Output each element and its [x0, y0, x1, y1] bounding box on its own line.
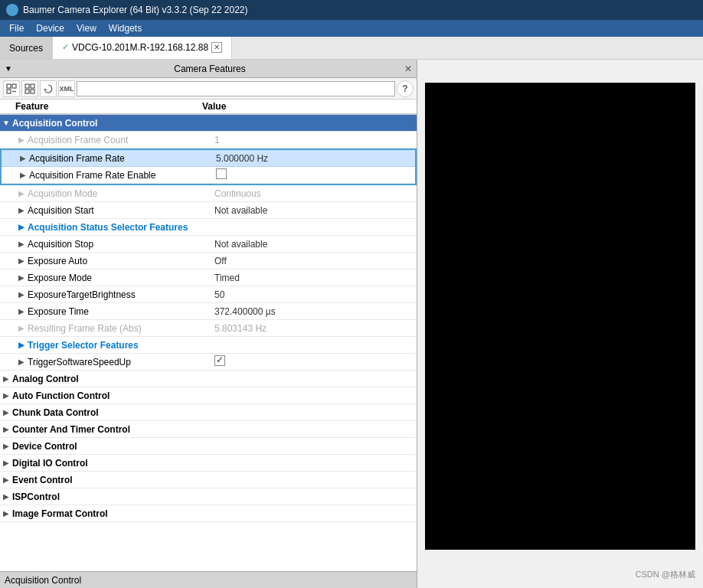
feature-name-acquisition-mode: Acquisition Mode	[28, 188, 214, 199]
camera-features-close-button[interactable]: ✕	[404, 64, 412, 74]
menu-device[interactable]: Device	[30, 21, 70, 35]
tab-sources[interactable]: Sources	[0, 37, 53, 59]
row-acquisition-control[interactable]: ▼ Acquisition Control	[0, 115, 417, 132]
expand-icon-digital-io-control: ▶	[0, 459, 12, 467]
feature-value-trigger-software-speedup	[214, 355, 417, 368]
title-bar: Baumer Camera Explorer (64 Bit) v3.3.2 (…	[0, 0, 703, 20]
menu-bar: File Device View Widgets	[0, 20, 703, 37]
row-acquisition-frame-rate-enable[interactable]: ▶ Acquisition Frame Rate Enable	[2, 167, 415, 184]
status-text: Acquisition Control	[5, 575, 81, 586]
feature-name-exposure-time: Exposure Time	[28, 306, 214, 317]
toolbar-expand-all[interactable]	[21, 80, 38, 97]
title-text: Baumer Camera Explorer (64 Bit) v3.3.2 (…	[23, 5, 247, 15]
row-image-format-control[interactable]: ▶ Image Format Control	[0, 505, 417, 522]
svg-rect-4	[25, 84, 29, 88]
expand-icon-frame-count: ▶	[15, 136, 28, 144]
tab-device-check: ✓	[62, 42, 69, 52]
feature-value-acquisition-start: Not available	[214, 205, 417, 216]
tab-bar: Sources ✓ VDCG-10.201M.R-192.168.12.88 ✕	[0, 37, 703, 60]
camera-features-expand: ▼	[5, 64, 12, 73]
feature-value-exposure-time: 372.400000 µs	[214, 306, 417, 317]
tab-sources-label: Sources	[9, 43, 43, 54]
row-isp-control[interactable]: ▶ ISPControl	[0, 488, 417, 505]
feature-name-counter-timer-control: Counter And Timer Control	[12, 424, 199, 435]
expand-icon-image-format-control: ▶	[0, 509, 12, 518]
expand-icon-acquisition-start: ▶	[15, 206, 28, 214]
row-acquisition-frame-rate[interactable]: ▶ Acquisition Frame Rate 5.000000 Hz	[2, 150, 415, 167]
expand-icon-device-control: ▶	[0, 442, 12, 450]
tab-close-button[interactable]: ✕	[211, 42, 222, 53]
row-event-control[interactable]: ▶ Event Control	[0, 472, 417, 488]
feature-value-acquisition-mode: Continuous	[214, 188, 417, 199]
menu-widgets[interactable]: Widgets	[103, 21, 148, 35]
checkbox-frame-rate-enable[interactable]	[216, 168, 227, 179]
feature-value-resulting-frame-rate: 5.803143 Hz	[214, 323, 417, 334]
feature-value-exposure-auto: Off	[214, 256, 417, 266]
row-exposure-time[interactable]: ▶ Exposure Time 372.400000 µs	[0, 303, 417, 320]
menu-file[interactable]: File	[3, 21, 30, 35]
row-digital-io-control[interactable]: ▶ Digital IO Control	[0, 455, 417, 472]
row-chunk-data-control[interactable]: ▶ Chunk Data Control	[0, 404, 417, 421]
expand-icon-acquisition: ▼	[0, 119, 12, 127]
feature-name-digital-io-control: Digital IO Control	[12, 458, 199, 469]
row-acquisition-mode[interactable]: ▶ Acquisition Mode Continuous	[0, 185, 417, 202]
menu-view[interactable]: View	[70, 21, 103, 35]
search-input[interactable]	[80, 83, 392, 94]
row-exposure-auto[interactable]: ▶ Exposure Auto Off	[0, 253, 417, 270]
expand-icon-exposure-target-brightness: ▶	[15, 290, 28, 299]
expand-icon-trigger-selector: ▶	[15, 341, 28, 349]
expand-icon-resulting-frame-rate: ▶	[15, 324, 28, 332]
expand-icon-auto-function-control: ▶	[0, 391, 12, 400]
status-bar: Acquisition Control	[0, 571, 417, 588]
row-analog-control[interactable]: ▶ Analog Control	[0, 371, 417, 387]
row-device-control[interactable]: ▶ Device Control	[0, 438, 417, 455]
help-button[interactable]: ?	[397, 80, 414, 97]
camera-features-header: ▼ Camera Features ✕	[0, 60, 417, 78]
row-acquisition-start[interactable]: ▶ Acquisition Start Not available	[0, 202, 417, 219]
toolbar-xml[interactable]: XML	[58, 80, 75, 97]
svg-rect-2	[7, 90, 11, 93]
expand-icon-event-control: ▶	[0, 475, 12, 484]
feature-name-acquisition-stop: Acquisition Stop	[28, 239, 214, 250]
features-list[interactable]: ▼ Acquisition Control ▶ Acquisition Fram…	[0, 115, 417, 571]
svg-rect-6	[25, 90, 29, 93]
row-counter-timer-control[interactable]: ▶ Counter And Timer Control	[0, 421, 417, 438]
feature-name-exposure-mode: Exposure Mode	[28, 273, 214, 283]
feature-value-exposure-target-brightness: 50	[214, 289, 417, 300]
feature-value-frame-rate: 5.000000 Hz	[216, 153, 415, 164]
feature-name-device-control: Device Control	[12, 441, 199, 452]
toolbar-refresh[interactable]	[40, 80, 57, 97]
checkbox-trigger-software-speedup[interactable]	[214, 355, 225, 366]
svg-rect-7	[31, 90, 34, 93]
expand-icon-exposure-mode: ▶	[15, 273, 28, 282]
row-resulting-frame-rate[interactable]: ▶ Resulting Frame Rate (Abs) 5.803143 Hz	[0, 320, 417, 337]
camera-features-title: Camera Features	[174, 64, 245, 74]
right-panel: CSDN @格林威	[417, 60, 703, 588]
row-auto-function-control[interactable]: ▶ Auto Function Control	[0, 387, 417, 404]
expand-icon-exposure-auto: ▶	[15, 256, 28, 265]
svg-marker-8	[44, 89, 47, 91]
main-layout: ▼ Camera Features ✕ XML ? Feature Value	[0, 60, 703, 588]
feature-value-exposure-mode: Timed	[214, 273, 417, 283]
row-acquisition-status-selector[interactable]: ▶ Acquisition Status Selector Features	[0, 219, 417, 236]
col-value-header: Value	[202, 101, 414, 112]
row-acquisition-frame-count[interactable]: ▶ Acquisition Frame Count 1	[0, 132, 417, 149]
feature-name-trigger-software-speedup: TriggerSoftwareSpeedUp	[28, 357, 214, 368]
row-trigger-software-speedup[interactable]: ▶ TriggerSoftwareSpeedUp	[0, 354, 417, 371]
expand-icon-analog-control: ▶	[0, 374, 12, 383]
search-wrapper	[77, 81, 395, 96]
row-trigger-selector[interactable]: ▶ Trigger Selector Features	[0, 337, 417, 354]
feature-name-resulting-frame-rate: Resulting Frame Rate (Abs)	[28, 323, 214, 334]
toolbar-collapse-all[interactable]	[3, 80, 20, 97]
feature-name-isp-control: ISPControl	[12, 492, 199, 502]
tab-device[interactable]: ✓ VDCG-10.201M.R-192.168.12.88 ✕	[53, 37, 232, 59]
row-exposure-mode[interactable]: ▶ Exposure Mode Timed	[0, 270, 417, 286]
expand-icon-trigger-software-speedup: ▶	[15, 358, 28, 366]
feature-name-frame-rate-enable: Acquisition Frame Rate Enable	[29, 170, 216, 181]
expand-icon-isp-control: ▶	[0, 492, 12, 501]
toolbar: XML ?	[0, 78, 417, 100]
frame-rate-group: ▶ Acquisition Frame Rate 5.000000 Hz ▶ A…	[0, 149, 417, 185]
row-acquisition-stop[interactable]: ▶ Acquisition Stop Not available	[0, 236, 417, 253]
row-exposure-target-brightness[interactable]: ▶ ExposureTargetBrightness 50	[0, 286, 417, 303]
feature-name-trigger-selector: Trigger Selector Features	[28, 340, 214, 351]
